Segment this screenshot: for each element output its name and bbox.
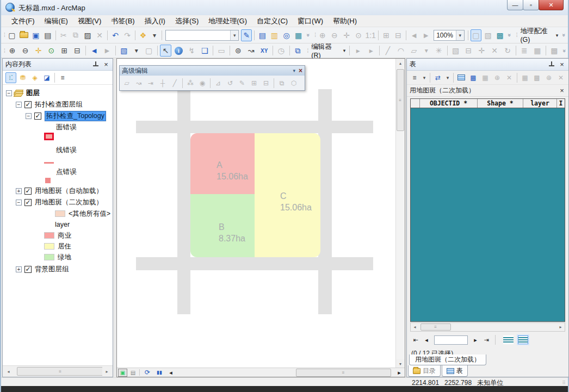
layer-checkbox[interactable]: ✓ [24, 266, 32, 273]
clear-selected-features-icon[interactable]: ▢ [143, 45, 155, 57]
menu-selection[interactable]: 选择(S) [170, 15, 203, 27]
add-data-dropdown-icon[interactable]: ▾ [150, 30, 159, 41]
change-layout-icon[interactable]: ▩ [494, 29, 505, 41]
toc-item-layer-field[interactable]: layer [3, 219, 70, 230]
toolbar-close-icon[interactable]: × [299, 67, 302, 74]
sketch-properties-icon[interactable]: ▦ [531, 45, 543, 57]
list-by-source-icon[interactable]: ⛃ [17, 72, 28, 83]
resize-grip[interactable]: ⠿ [562, 380, 566, 385]
generalize-icon[interactable]: ↝ [133, 78, 144, 89]
search-window-icon[interactable]: ◎ [281, 29, 292, 41]
editor-sketch-icon[interactable]: ✎ [241, 29, 252, 41]
advanced-editing-toolbar[interactable]: 高级编辑 ▾ × ▱ ↝ ⇥ ┼ ╱ ⁂ ◉ [119, 65, 305, 91]
scroll-left-icon[interactable]: ◂ [411, 323, 419, 331]
toc-item-parcel-second[interactable]: − ✓ 用地图斑（二次加载） [3, 197, 103, 208]
snapping-icon[interactable]: ✳ [433, 45, 445, 57]
map-scale-combobox[interactable]: ▾ [165, 30, 239, 41]
toc-item-label[interactable]: 背景图层组 [35, 265, 69, 274]
merge-polygons-icon[interactable]: ⧉ [276, 78, 287, 89]
show-selected-records-icon[interactable] [518, 335, 528, 344]
switch-selection-icon[interactable]: ▩ [468, 72, 479, 83]
toolbar-overflow-icon[interactable]: » [561, 49, 567, 52]
clear-selection-icon[interactable]: ✕ [504, 72, 515, 83]
construct-geodetic-icon[interactable]: ◉ [197, 78, 208, 89]
zoom-whole-page-icon[interactable]: ⊙ [353, 29, 364, 41]
catalog-tab[interactable]: 目录 [408, 365, 441, 377]
list-by-visibility-icon[interactable]: ◈ [29, 72, 40, 83]
residential-swatch[interactable] [44, 243, 54, 250]
menu-file[interactable]: 文件(F) [7, 15, 40, 27]
fixed-zoom-out-icon[interactable]: ⊟ [71, 45, 83, 57]
split-icon[interactable]: ⊟ [462, 45, 474, 57]
new-document-icon[interactable]: ▢ [7, 29, 17, 41]
open-folder-icon[interactable] [18, 29, 29, 41]
table-horizontal-scrollbar[interactable]: ◂ ≡ ▸ [410, 322, 565, 332]
toolbar-dropdown-icon[interactable]: ▾ [293, 68, 295, 73]
pin-icon[interactable] [548, 61, 555, 68]
full-extent-icon[interactable]: ⊙ [45, 45, 57, 57]
menu-customize[interactable]: 自定义(C) [252, 15, 293, 27]
column-header-partial[interactable]: I [557, 99, 565, 108]
first-record-icon[interactable]: ⇤ [410, 337, 421, 344]
layout-view-button[interactable]: ▤ [128, 369, 138, 377]
point-error-swatch[interactable] [45, 178, 51, 183]
area-error-swatch[interactable] [44, 133, 54, 140]
previous-record-icon[interactable]: ◂ [421, 337, 432, 344]
layout-zoom-in-icon[interactable]: ⊕ [317, 29, 328, 41]
zoom-percent-dropdown-icon[interactable]: ▾ [456, 30, 464, 40]
menu-geoprocessing[interactable]: 地理处理(G) [203, 15, 252, 27]
select-highlighted-icon[interactable]: ▦ [480, 72, 491, 83]
cut-polygons-icon[interactable]: ▧ [450, 45, 462, 57]
toc-item-residential[interactable]: 居住 [3, 241, 71, 252]
minimize-button[interactable]: — [507, 0, 523, 10]
show-all-records-icon[interactable] [503, 335, 514, 344]
table-panel-close-icon[interactable]: × [558, 60, 566, 69]
select-features-icon[interactable]: ▧ [118, 45, 130, 57]
delete-selected-icon[interactable]: ▦ [519, 72, 530, 83]
copy-icon[interactable]: ⧉ [70, 29, 81, 41]
record-number-input[interactable] [434, 335, 468, 345]
pan-icon[interactable]: ✛ [33, 45, 45, 57]
related-tables-dropdown-icon[interactable]: ▾ [444, 72, 451, 83]
previous-extent-page-icon[interactable]: ◄ [409, 29, 419, 41]
edit-tool-icon[interactable]: ▸ [352, 45, 364, 57]
toc-item-parcel-auto[interactable]: + ✓ 用地图斑（自动加载） [3, 185, 103, 196]
scrollbar-thumb[interactable]: ≡ [17, 367, 104, 376]
attribute-table[interactable]: OBJECTID * Shape * layer I [410, 98, 565, 322]
toolbar-overflow-icon[interactable]: » [305, 34, 311, 37]
edit-annotation-tool-icon[interactable]: ▸ [365, 45, 377, 57]
zoom-percent-combobox[interactable]: 100% ▾ [434, 30, 465, 41]
fixed-zoom-out-page-icon[interactable]: ⊟ [393, 29, 404, 41]
menu-windows[interactable]: 窗口(W) [293, 15, 328, 27]
toc-item-topology-group[interactable]: − ✓ 拓扑检查图层组 [3, 99, 83, 110]
editor-dropdown[interactable]: 编辑器(R) ▾ [309, 42, 348, 59]
select-elements-icon[interactable]: ↖ [160, 45, 172, 57]
layer-checkbox[interactable]: ✓ [34, 113, 41, 120]
go-to-xy-icon[interactable]: XY [258, 45, 270, 57]
layout-zoom-out-icon[interactable]: ⊖ [329, 29, 340, 41]
map-canvas[interactable]: A 15.06ha B 8.37ha C 15.06ha 高级编辑 [117, 59, 396, 369]
scroll-left-icon[interactable]: ◂ [165, 369, 176, 376]
fixed-zoom-in-page-icon[interactable]: ⊞ [381, 29, 392, 41]
align-edge-icon[interactable]: ✎ [237, 78, 248, 89]
pause-drawing-icon[interactable]: ▮▮ [154, 367, 165, 378]
scroll-up-icon[interactable]: ▴ [396, 59, 405, 68]
toc-item-layers[interactable]: − 图层 [3, 88, 40, 98]
table-tab-title[interactable]: 用地图斑（二次加载） [410, 86, 475, 95]
line-intersection-icon[interactable]: ╱ [169, 78, 180, 89]
toc-horizontal-scrollbar[interactable]: ◂ ≡ ▸ [3, 365, 113, 377]
collapse-icon[interactable]: − [6, 90, 12, 96]
toc-item-label[interactable]: 用地图斑（自动加载） [35, 186, 103, 196]
toc-item-topology[interactable]: − ✓ 拓扑检查_Topology [3, 110, 106, 121]
advanced-editing-header[interactable]: 高级编辑 ▾ × [120, 66, 305, 76]
table-document-tab[interactable]: 用地图斑（二次加载） [409, 354, 486, 365]
column-header-layer[interactable]: layer [523, 99, 557, 108]
end-point-arc-icon[interactable]: ◠ [395, 45, 407, 57]
redo-icon[interactable]: ↷ [122, 29, 133, 41]
move-icon[interactable]: ✛ [475, 45, 487, 57]
copy-parallel-icon[interactable]: ▱ [121, 78, 132, 89]
map-vertical-scrollbar[interactable]: ▴ ≡ ▾ [395, 59, 405, 369]
column-header-shape[interactable]: Shape * [478, 99, 523, 108]
all-other-values-swatch[interactable] [55, 210, 65, 217]
toolbar-overflow-icon[interactable]: » [506, 34, 512, 37]
